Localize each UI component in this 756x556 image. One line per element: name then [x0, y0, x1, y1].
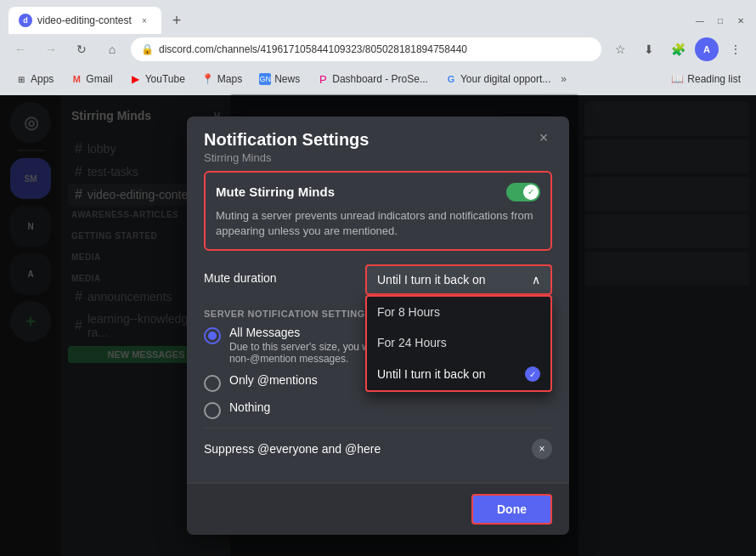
- suppress-row: Suppress @everyone and @here ×: [204, 428, 552, 469]
- bookmark-google[interactable]: G Your digital opport...: [438, 71, 557, 88]
- window-controls: — □ ✕: [693, 14, 748, 27]
- extensions-button[interactable]: 🧩: [666, 37, 690, 61]
- suppress-close-button[interactable]: ×: [532, 439, 552, 459]
- more-bookmarks-button[interactable]: »: [561, 73, 567, 85]
- radio-all-messages[interactable]: [204, 327, 221, 344]
- maximize-button[interactable]: □: [714, 14, 727, 27]
- duration-dropdown[interactable]: Until I turn it back on ∧ For 8 Hours Fo…: [365, 264, 552, 295]
- duration-selected[interactable]: Until I turn it back on ∧: [365, 264, 552, 295]
- dialog-footer: Done: [187, 483, 569, 535]
- mute-toggle[interactable]: ✓: [506, 183, 540, 201]
- maps-icon: 📍: [202, 73, 214, 85]
- apps-icon: ⊞: [15, 73, 27, 85]
- active-tab[interactable]: d video-editing-contest ×: [8, 7, 161, 34]
- suppress-label: Suppress @everyone and @here: [204, 442, 381, 456]
- notif-option-nothing[interactable]: Nothing: [204, 400, 552, 419]
- radio-nothing[interactable]: [204, 402, 221, 419]
- duration-option-24h[interactable]: For 24 Hours: [367, 327, 550, 358]
- reading-list-icon: 📖: [671, 73, 684, 85]
- notif-label-mentions: Only @mentions: [229, 373, 318, 387]
- duration-option-label: For 8 Hours: [377, 305, 440, 319]
- youtube-label: YouTube: [145, 73, 185, 85]
- close-window-button[interactable]: ✕: [734, 14, 748, 27]
- home-button[interactable]: ⌂: [100, 37, 124, 61]
- url-text: discord.com/channels/419617105844109323/…: [159, 43, 467, 55]
- mute-duration-label: Mute duration: [204, 264, 277, 285]
- duration-selected-text: Until I turn it back on: [377, 273, 486, 287]
- browser-chrome: d video-editing-contest × + — □ ✕ ← → ↻ …: [0, 0, 756, 95]
- chevron-up-icon: ∧: [532, 273, 540, 287]
- tab-bar: d video-editing-contest × +: [8, 7, 189, 34]
- toggle-checkmark: ✓: [528, 187, 534, 196]
- duration-dropdown-menu: For 8 Hours For 24 Hours Until I turn it…: [365, 295, 552, 392]
- bookmarks-bar: ⊞ Apps M Gmail ▶ YouTube 📍 Maps GN News …: [0, 65, 756, 94]
- minimize-button[interactable]: —: [693, 14, 707, 27]
- youtube-icon: ▶: [130, 73, 142, 85]
- dialog-title: Notification Settings: [204, 130, 552, 150]
- news-icon: GN: [259, 73, 271, 85]
- duration-option-until[interactable]: Until I turn it back on ✓: [367, 358, 550, 390]
- bookmark-news[interactable]: GN News: [252, 71, 307, 88]
- gmail-icon: M: [71, 73, 82, 85]
- news-label: News: [274, 73, 300, 85]
- duration-option-8h[interactable]: For 8 Hours: [367, 297, 550, 327]
- tab-favicon: d: [19, 14, 32, 27]
- bookmark-dashboard[interactable]: P Dashboard - ProSe...: [310, 71, 435, 88]
- address-bar[interactable]: 🔒 discord.com/channels/41961710584410932…: [131, 37, 601, 61]
- discord-app: ◎ SM N A + Stirring Minds ∨ # lobby # te…: [0, 95, 756, 556]
- toggle-knob: ✓: [523, 184, 539, 200]
- mute-description: Muting a server prevents unread indicato…: [216, 208, 540, 239]
- google-label: Your digital opport...: [460, 73, 550, 85]
- notification-dialog: Notification Settings Stirring Minds × M…: [187, 116, 569, 535]
- notif-label-nothing: Nothing: [229, 400, 270, 414]
- reading-list-button[interactable]: 📖 Reading list: [664, 71, 748, 88]
- gmail-label: Gmail: [86, 73, 112, 85]
- bookmark-gmail[interactable]: M Gmail: [64, 71, 119, 88]
- notif-option-content: Nothing: [229, 400, 270, 414]
- title-bar: d video-editing-contest × + — □ ✕: [0, 0, 756, 34]
- dashboard-icon: P: [317, 73, 329, 85]
- mute-header: Mute Stirring Minds ✓: [216, 183, 540, 201]
- bookmark-maps[interactable]: 📍 Maps: [195, 71, 249, 88]
- tab-title: video-editing-contest: [37, 14, 133, 26]
- mute-duration-row: Mute duration Until I turn it back on ∧ …: [204, 264, 552, 295]
- tab-close-button[interactable]: ×: [138, 14, 151, 27]
- mute-label: Mute Stirring Minds: [216, 184, 335, 199]
- download-button[interactable]: ⬇: [637, 37, 661, 61]
- dialog-subtitle: Stirring Minds: [204, 151, 552, 164]
- notif-option-content: Only @mentions: [229, 373, 318, 387]
- lock-icon: 🔒: [141, 43, 154, 55]
- forward-button[interactable]: →: [39, 37, 63, 61]
- dialog-header: Notification Settings Stirring Minds: [187, 116, 569, 171]
- dashboard-label: Dashboard - ProSe...: [332, 73, 428, 85]
- duration-option-label: For 24 Hours: [377, 336, 447, 349]
- bookmark-youtube[interactable]: ▶ YouTube: [123, 71, 192, 88]
- nav-bar: ← → ↻ ⌂ 🔒 discord.com/channels/419617105…: [0, 34, 756, 65]
- reading-list-label: Reading list: [687, 73, 741, 85]
- profile-button[interactable]: A: [695, 37, 719, 61]
- bookmark-apps[interactable]: ⊞ Apps: [8, 71, 60, 88]
- duration-option-label: Until I turn it back on: [377, 367, 486, 381]
- nav-icons: ☆ ⬇ 🧩 A ⋮: [608, 37, 748, 61]
- new-tab-button[interactable]: +: [165, 9, 189, 32]
- maps-label: Maps: [217, 73, 242, 85]
- checkmark-icon: ✓: [525, 366, 540, 382]
- done-button[interactable]: Done: [471, 494, 552, 525]
- dialog-body: Mute Stirring Minds ✓ Muting a server pr…: [187, 171, 569, 483]
- modal-overlay: Notification Settings Stirring Minds × M…: [0, 95, 756, 556]
- google-icon: G: [445, 73, 457, 85]
- back-button[interactable]: ←: [8, 37, 32, 61]
- apps-label: Apps: [31, 73, 54, 85]
- radio-inner: [208, 332, 217, 340]
- radio-mentions[interactable]: [204, 375, 221, 392]
- dialog-close-button[interactable]: ×: [532, 127, 556, 150]
- star-button[interactable]: ☆: [608, 37, 632, 61]
- menu-button[interactable]: ⋮: [724, 37, 748, 61]
- mute-section: Mute Stirring Minds ✓ Muting a server pr…: [204, 171, 552, 251]
- refresh-button[interactable]: ↻: [70, 37, 93, 61]
